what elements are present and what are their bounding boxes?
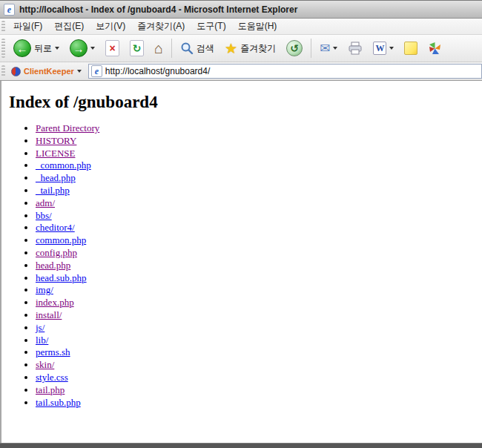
word-dropdown-icon[interactable]	[389, 47, 394, 50]
print-icon	[348, 42, 363, 55]
clientkeeper-label: ClientKeeper	[24, 67, 74, 76]
menu-bar: 파일(F) 편집(E) 보기(V) 즐겨찾기(A) 도구(T) 도움말(H)	[0, 19, 482, 35]
toolbar-separator	[311, 39, 311, 58]
window-title: http://localhost - Index of /gnuboard4 -…	[19, 4, 297, 15]
clientkeeper-button[interactable]: ClientKeeper	[7, 65, 85, 78]
home-icon: ⌂	[154, 41, 163, 56]
menu-items: 파일(F) 편집(E) 보기(V) 즐겨찾기(A) 도구(T) 도움말(H)	[7, 19, 283, 34]
list-item: tail.php	[36, 384, 482, 397]
back-button[interactable]: ← 뒤로	[9, 36, 64, 60]
directory-link[interactable]: perms.sh	[36, 346, 70, 358]
title-bar[interactable]: e http://localhost - Index of /gnuboard4…	[0, 1, 482, 19]
address-page-icon: e	[91, 65, 102, 77]
addressbar-grip[interactable]	[1, 65, 5, 78]
forward-button[interactable]: →	[65, 36, 99, 60]
directory-link[interactable]: tail.sub.php	[36, 397, 81, 408]
directory-link[interactable]: img/	[36, 284, 53, 295]
directory-link[interactable]: _tail.php	[36, 185, 70, 196]
search-button[interactable]: 검색	[176, 39, 219, 58]
bottom-edge	[0, 443, 482, 448]
toolbar-separator	[171, 39, 172, 58]
word-icon: W	[373, 42, 386, 55]
directory-link[interactable]: LICENSE	[36, 148, 75, 159]
directory-link[interactable]: tail.php	[36, 384, 65, 395]
menu-item[interactable]: 파일(F)	[7, 19, 48, 34]
directory-link[interactable]: HISTORY	[36, 135, 76, 146]
favorites-button[interactable]: ★ 즐겨찾기	[220, 39, 280, 59]
favorites-star-icon: ★	[225, 42, 237, 56]
directory-link[interactable]: Parent Directory	[36, 122, 99, 134]
note-icon	[404, 42, 417, 55]
list-item: _tail.php	[36, 185, 482, 197]
list-item: index.php	[36, 297, 482, 309]
stop-button[interactable]: ×	[101, 37, 124, 59]
list-item: lib/	[36, 335, 482, 347]
menu-item[interactable]: 보기(V)	[90, 19, 131, 34]
directory-link[interactable]: skin/	[36, 359, 54, 370]
directory-link[interactable]: bbs/	[36, 210, 52, 221]
back-dropdown-icon[interactable]	[55, 47, 59, 50]
history-button[interactable]: ↺	[282, 37, 307, 59]
directory-link[interactable]: install/	[36, 309, 62, 320]
mail-dropdown-icon[interactable]	[333, 47, 337, 50]
list-item: _common.php	[36, 159, 482, 172]
directory-link[interactable]: config.php	[36, 247, 77, 258]
browser-window: e http://localhost - Index of /gnuboard4…	[0, 0, 482, 448]
list-item: HISTORY	[36, 135, 482, 148]
forward-dropdown-icon[interactable]	[90, 47, 95, 50]
directory-link[interactable]: js/	[36, 322, 44, 333]
list-item: install/	[36, 309, 482, 322]
list-item: tail.sub.php	[36, 397, 482, 409]
list-item: config.php	[36, 247, 482, 260]
directory-link[interactable]: lib/	[36, 335, 48, 346]
list-item: img/	[36, 284, 482, 297]
ie-page-icon: e	[4, 4, 15, 16]
directory-link[interactable]: cheditor4/	[36, 222, 75, 233]
back-label: 뒤로	[34, 42, 52, 55]
directory-link[interactable]: _head.php	[36, 172, 76, 183]
address-input[interactable]	[105, 66, 479, 76]
refresh-icon: ↻	[130, 40, 144, 56]
directory-link[interactable]: adm/	[36, 197, 55, 208]
list-item: js/	[36, 322, 482, 335]
page-content: Index of /gnuboard4 Parent Directory HIS…	[0, 81, 482, 443]
list-item: perms.sh	[36, 346, 482, 359]
print-button[interactable]	[343, 39, 367, 58]
menu-item[interactable]: 도구(T)	[191, 19, 231, 34]
messenger-button[interactable]	[423, 39, 446, 59]
list-item: Parent Directory	[36, 122, 482, 135]
directory-link[interactable]: _common.php	[36, 159, 91, 171]
address-bar: ClientKeeper e	[0, 62, 482, 81]
directory-link[interactable]: head.php	[36, 260, 70, 271]
directory-link[interactable]: index.php	[36, 297, 74, 308]
back-icon: ←	[13, 39, 31, 57]
mail-icon: ✉	[320, 42, 330, 55]
menu-item[interactable]: 편집(E)	[48, 19, 90, 34]
toolbar-grip[interactable]	[1, 39, 5, 57]
menu-item[interactable]: 도움말(H)	[232, 19, 283, 34]
messenger-note-button[interactable]	[400, 39, 422, 58]
directory-link[interactable]: common.php	[36, 234, 86, 246]
search-icon	[180, 42, 194, 55]
directory-link[interactable]: head.sub.php	[36, 272, 87, 283]
list-item: bbs/	[36, 210, 482, 223]
history-icon: ↺	[286, 40, 303, 56]
stop-icon: ×	[105, 40, 119, 56]
edit-with-word-button[interactable]: W	[369, 39, 398, 58]
list-item: skin/	[36, 359, 482, 372]
directory-listing: Parent Directory HISTORY LICENSE _common…	[9, 122, 482, 409]
menubar-grip[interactable]	[1, 21, 5, 32]
home-button[interactable]: ⌂	[150, 38, 168, 59]
favorites-label: 즐겨찾기	[240, 42, 276, 55]
clientkeeper-dropdown-icon[interactable]	[77, 70, 82, 73]
refresh-button[interactable]: ↻	[125, 37, 148, 59]
clientkeeper-logo-icon	[11, 67, 21, 76]
directory-link[interactable]: style.css	[36, 372, 68, 383]
list-item: adm/	[36, 197, 482, 210]
list-item: head.sub.php	[36, 272, 482, 285]
menu-item[interactable]: 즐겨찾기(A)	[131, 19, 191, 34]
mail-button[interactable]: ✉	[315, 39, 342, 58]
list-item: cheditor4/	[36, 222, 482, 234]
pinwheel-icon	[428, 42, 442, 56]
standard-toolbar: ← 뒤로 → × ↻ ⌂ 검색 ★ 즐겨찾기	[0, 35, 482, 62]
